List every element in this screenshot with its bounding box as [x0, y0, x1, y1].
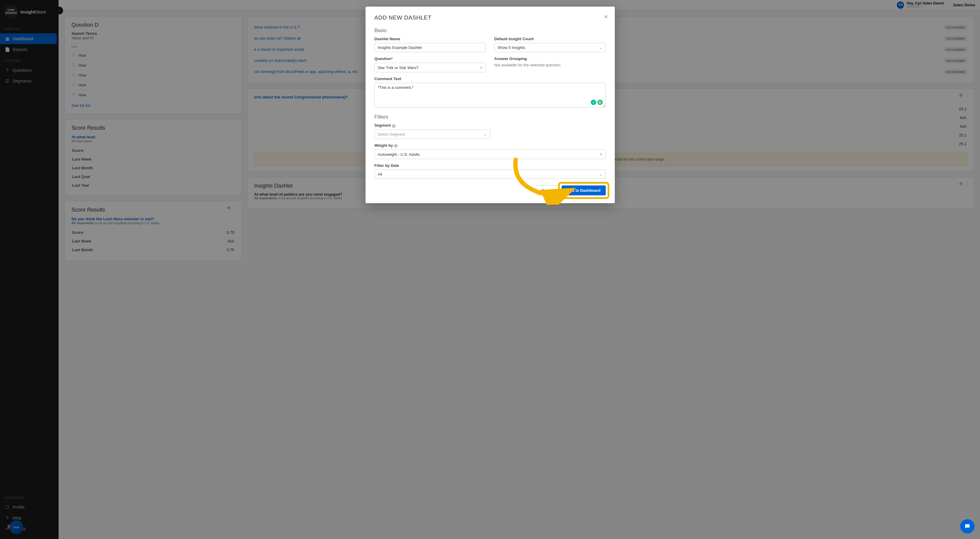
grammarly-icon[interactable]: ✓ — [591, 100, 596, 105]
dashlet-name-label: Dashlet Name — [374, 36, 486, 41]
cancel-button[interactable]: Cancel — [536, 185, 558, 195]
chevron-down-icon: ⌄ — [599, 45, 603, 50]
comment-textarea[interactable] — [374, 83, 606, 108]
filter-date-select[interactable]: All ⌄ — [374, 170, 606, 179]
insight-count-group: Default Insight Count Show 5 Insights ⌄ — [494, 36, 606, 52]
help-icon[interactable]: ? — [392, 124, 396, 128]
weight-select[interactable]: Autoweight - U.S. Adults × — [374, 149, 606, 159]
select-value: All — [378, 172, 382, 176]
segment-group: Segment? Select Segment ⌄ — [374, 123, 490, 139]
insight-count-select[interactable]: Show 5 Insights ⌄ — [494, 43, 606, 52]
filter-date-group: Filter by Date All ⌄ — [374, 163, 606, 179]
select-placeholder: Select Segment — [378, 132, 406, 136]
dashlet-name-input[interactable] — [374, 43, 486, 52]
segment-select[interactable]: Select Segment ⌄ — [374, 130, 490, 139]
answer-grouping-text: Not available for the selected question — [494, 63, 606, 67]
grammarly-icon[interactable]: G — [597, 100, 603, 105]
answer-grouping-group: Answer Grouping Not available for the se… — [494, 56, 606, 72]
chat-icon — [964, 523, 971, 530]
question-select[interactable]: Star Trek or Star Wars? × — [374, 63, 486, 72]
comment-group: Comment Text ✓ G — [374, 76, 606, 108]
weight-group: Weight by? Autoweight - U.S. Adults × — [374, 143, 606, 159]
select-value: Show 5 Insights — [498, 45, 525, 50]
close-icon[interactable]: × — [604, 13, 608, 21]
clear-icon[interactable]: × — [600, 152, 602, 157]
insight-count-label: Default Insight Count — [494, 36, 606, 41]
chevron-down-icon: ⌄ — [599, 172, 603, 176]
add-dashlet-modal: ADD NEW DASHLET × Basic Dashlet Name Def… — [366, 6, 615, 203]
add-to-dashboard-button[interactable]: Add to Dashboard — [562, 185, 606, 195]
question-label: Question* — [374, 56, 486, 61]
help-icon[interactable]: ? — [394, 144, 398, 147]
answer-grouping-label: Answer Grouping — [494, 56, 606, 61]
filters-section-head: Filters — [374, 114, 606, 120]
segment-label: Segment? — [374, 123, 490, 128]
clear-icon[interactable]: × — [480, 65, 482, 70]
filoter-date-label: Filter by Date — [374, 163, 606, 168]
comment-label: Comment Text — [374, 76, 606, 81]
intercom-launcher[interactable] — [960, 519, 975, 534]
select-value: Autoweight - U.S. Adults — [378, 152, 420, 157]
grammar-badges: ✓ G — [591, 100, 603, 105]
modal-title: ADD NEW DASHLET — [374, 14, 606, 21]
chevron-down-icon: ⌄ — [484, 132, 487, 136]
basic-section-head: Basic — [374, 28, 606, 33]
select-value: Star Trek or Star Wars? — [378, 65, 419, 70]
weight-label: Weight by? — [374, 143, 606, 148]
question-group: Question* Star Trek or Star Wars? × — [374, 56, 486, 72]
dashlet-name-group: Dashlet Name — [374, 36, 486, 52]
modal-footer: Cancel Add to Dashboard — [374, 185, 606, 195]
modal-overlay: ADD NEW DASHLET × Basic Dashlet Name Def… — [0, 0, 980, 539]
